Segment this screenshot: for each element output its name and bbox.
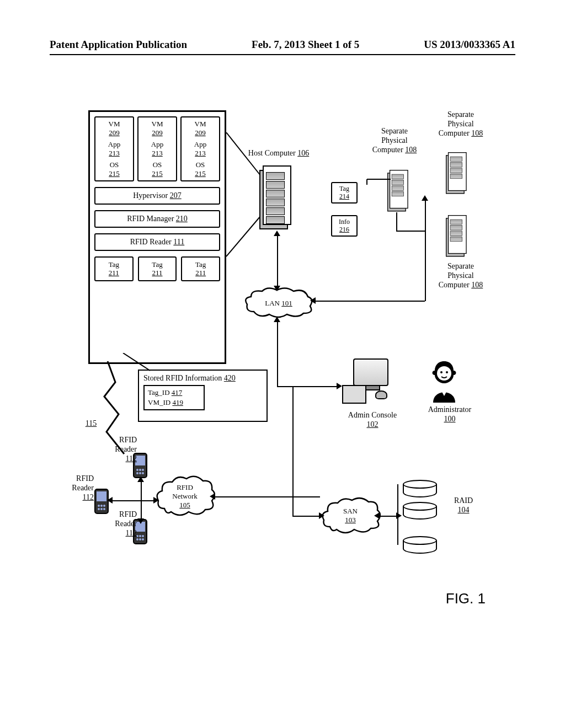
svg-point-11 [136,472,138,474]
svg-point-18 [103,505,105,507]
administrator-icon [425,358,463,403]
tag-row: Tag211 Tag211 Tag211 [94,256,220,281]
remote-info-box: Info216 [331,215,358,237]
svg-point-8 [136,469,138,471]
svg-point-29 [142,538,144,540]
raid-label: RAID104 [447,496,480,515]
sep-physical-label-2: Separate Physical Computer 108 [430,110,491,138]
rfid-reader-label-3: RFID Reader 112 [104,510,137,538]
svg-point-10 [142,469,144,471]
svg-point-17 [100,505,103,507]
rfid-network-cloud: RFID Network 105 [154,474,215,518]
header-center: Feb. 7, 2013 Sheet 1 of 5 [252,39,359,51]
svg-point-20 [100,508,103,510]
svg-point-16 [98,505,100,507]
svg-point-27 [136,538,138,540]
vm-columns: VM209 App213 OS215 VM209 App213 OS215 VM… [94,116,220,181]
tag-cell-2: Tag211 [138,256,177,281]
hypervisor-block: Hypervisor 207 [94,187,220,205]
vm-column-3: VM209 App213 OS215 [180,116,220,181]
wireless-ref-label: 115 [80,419,102,429]
tag-cell-1: Tag211 [94,256,134,281]
header-right: US 2013/0033365 A1 [424,39,515,51]
header-rule [50,54,515,55]
svg-point-9 [139,469,141,471]
san-cloud: SAN103 [320,496,381,535]
svg-point-26 [142,535,144,537]
svg-point-3 [437,366,451,381]
svg-line-1 [226,216,260,256]
figure-caption: FIG. 1 [446,590,486,607]
separate-computer-2-icon [446,152,466,195]
stored-rfid-callout: Stored RFID Information 420 Tag_ID 417 V… [138,370,268,422]
rfid-reader-label-1: RFID Reader 112 [104,436,137,463]
svg-point-28 [139,538,141,540]
svg-point-4 [440,371,443,373]
callout-title: Stored RFID Information 420 [143,374,262,383]
svg-point-19 [98,508,100,510]
host-computer-detail-box: VM209 App213 OS215 VM209 App213 OS215 VM… [88,110,226,364]
host-computer-icon [259,165,290,232]
svg-point-12 [139,472,141,474]
callout-inner: Tag_ID 417 VM_ID 419 [143,385,205,410]
rfid-manager-block: RFID Manager 210 [94,210,220,228]
rfid-reader-block: RFID Reader 111 [94,233,220,251]
separate-computer-3-icon [446,215,466,258]
svg-rect-15 [97,491,106,501]
header-left: Patent Application Publication [50,39,187,51]
raid-cylinder-2 [403,502,437,521]
rfid-reader-label-2: RFID Reader 112 [61,474,94,502]
administrator-label: Administrator100 [419,405,480,424]
admin-console-icon [342,358,414,414]
svg-point-13 [142,472,144,474]
svg-point-25 [139,535,141,537]
lan-cloud: LAN 101 [243,287,315,320]
admin-console-label: Admin Console102 [337,411,408,430]
host-computer-label: Host Computer 106 [237,149,320,158]
sep-physical-label-3: Separate Physical Computer 108 [430,262,491,290]
vm-column-1: VM209 App213 OS215 [94,116,134,181]
separate-computer-1-icon [387,170,407,213]
remote-tag-box: Tag214 [331,182,358,204]
figure-1: VM209 App213 OS215 VM209 App213 OS215 VM… [66,110,486,607]
svg-point-5 [446,371,448,373]
raid-cylinder-3 [403,536,437,555]
vm-column-2: VM209 App213 OS215 [137,116,177,181]
sep-physical-label-1: Separate Physical Computer 108 [364,127,425,154]
raid-cylinder-1 [403,480,437,499]
tag-cell-3: Tag211 [181,256,220,281]
